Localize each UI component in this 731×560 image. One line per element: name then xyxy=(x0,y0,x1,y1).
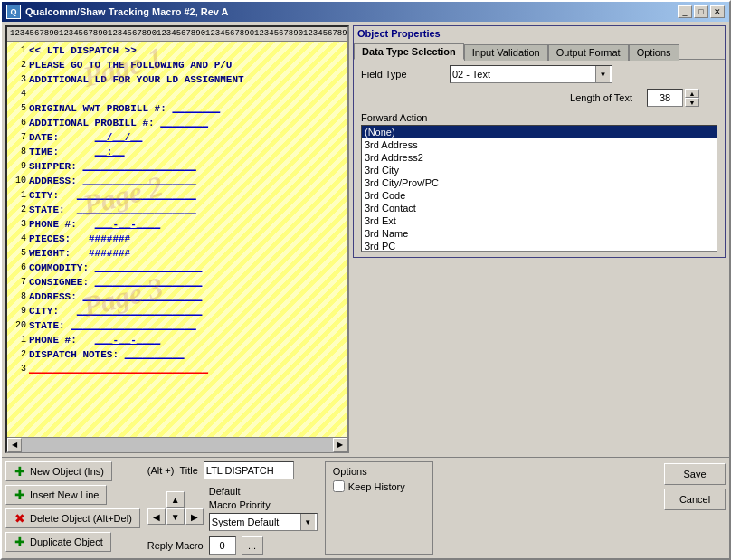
doc-line: 2DISPATCH NOTES: __________ xyxy=(10,347,345,362)
scroll-right-button[interactable]: ▶ xyxy=(333,438,347,452)
length-label: Length of Text xyxy=(570,92,632,103)
spinner-down[interactable]: ▼ xyxy=(685,98,699,107)
spinner-up[interactable]: ▲ xyxy=(685,89,699,98)
doc-line: 2 PLEASE GO TO THE FOLLOWING AND P/U xyxy=(10,58,345,72)
title-input[interactable]: LTL DISPATCH xyxy=(204,461,294,479)
duplicate-button[interactable]: ✚ Duplicate Object xyxy=(5,532,111,552)
options-title: Options xyxy=(333,466,425,477)
document-area[interactable]: Page 1 1 << LTL DISPATCH >> 2 PLEASE GO … xyxy=(7,42,347,437)
delete-object-button[interactable]: ✖ Delete Object (Alt+Del) xyxy=(5,508,140,528)
field-type-row: Field Type 02 - Text ▼ xyxy=(361,65,717,83)
tab-input-validation[interactable]: Input Validation xyxy=(464,44,548,61)
new-object-row: ✚ New Object (Ins) xyxy=(5,461,140,481)
duplicate-icon: ✚ xyxy=(14,536,26,548)
doc-line: 3______________________________ xyxy=(10,362,345,376)
nav-buttons: ▲ ◀ ▼ ▶ xyxy=(147,491,204,525)
ruler: 1234567890123456789012345678901234567890… xyxy=(7,27,347,42)
props-body: Field Type 02 - Text ▼ Length of Text 38… xyxy=(354,60,725,257)
listbox-item-3rd-city[interactable]: 3rd City xyxy=(362,164,717,176)
nav-right-button[interactable]: ▶ xyxy=(185,508,204,525)
priority-dropdown-arrow[interactable]: ▼ xyxy=(300,514,315,530)
ruler-text: 1234567890123456789012345678901234567890… xyxy=(10,29,347,38)
properties-panel: Object Properties Data Type Selection In… xyxy=(353,25,726,258)
listbox-item-3rd-name[interactable]: 3rd Name xyxy=(362,227,717,240)
doc-line: 1PHONE #: ___-__-____ xyxy=(10,333,345,347)
keep-history-label: Keep History xyxy=(348,481,405,492)
left-panel: 1234567890123456789012345678901234567890… xyxy=(5,25,349,453)
delete-object-row: ✖ Delete Object (Alt+Del) xyxy=(5,508,140,528)
listbox-item-3rd-city-prov[interactable]: 3rd City/Prov/PC xyxy=(362,176,717,189)
close-button[interactable]: ✕ xyxy=(710,5,725,18)
title-label: Title xyxy=(179,465,197,476)
forward-action-container: (None) 3rd Address 3rd Address2 3rd City… xyxy=(361,125,717,252)
default-priority-area: DefaultMacro Priority System Default ▼ xyxy=(209,485,318,531)
priority-select[interactable]: System Default ▼ xyxy=(209,513,318,531)
field-type-select[interactable]: 02 - Text ▼ xyxy=(450,65,612,83)
tabs-row: Data Type Selection Input Validation Out… xyxy=(354,41,725,60)
save-button[interactable]: Save xyxy=(664,463,726,485)
nav-left-button[interactable]: ◀ xyxy=(147,508,166,525)
doc-line: 6ADDITIONAL PROBILL #: ________ xyxy=(10,116,345,130)
middle-controls: (Alt +) Title LTL DISPATCH ▲ ◀ ▼ ▶ Defau… xyxy=(147,461,318,555)
tab-data-type[interactable]: Data Type Selection xyxy=(354,43,464,60)
new-object-icon: ✚ xyxy=(14,465,26,478)
nav-up-button[interactable]: ▲ xyxy=(166,491,185,508)
doc-line: 5ORIGINAL WWT PROBILL #: ________ xyxy=(10,101,345,116)
cancel-button[interactable]: Cancel xyxy=(664,489,726,510)
priority-value: System Default xyxy=(212,517,280,527)
options-group: Options Keep History xyxy=(325,461,433,555)
side-actions: Save Cancel xyxy=(664,461,726,555)
listbox-item-3rd-contact[interactable]: 3rd Contact xyxy=(362,202,717,214)
doc-line: 2STATE: ____________________ xyxy=(10,203,345,217)
doc-line: 4PIECES: ####### xyxy=(10,232,345,246)
reply-macro-input[interactable]: 0 xyxy=(209,536,236,555)
listbox-item-3rd-code[interactable]: 3rd Code xyxy=(362,189,717,202)
listbox-item-3rd-address2[interactable]: 3rd Address2 xyxy=(362,151,717,164)
default-label: DefaultMacro Priority xyxy=(209,485,318,511)
listbox-item-none[interactable]: (None) xyxy=(362,126,717,138)
tab-output-format[interactable]: Output Format xyxy=(548,44,629,61)
scroll-left-button[interactable]: ◀ xyxy=(7,438,22,452)
new-object-button[interactable]: ✚ New Object (Ins) xyxy=(5,461,112,481)
doc-line: 3 ADDITIONAL LD FOR YOUR LD ASSIGNMENT xyxy=(10,72,345,87)
nav-lr-row: ◀ ▼ ▶ xyxy=(147,508,204,525)
listbox-item-3rd-address[interactable]: 3rd Address xyxy=(362,138,717,151)
field-type-dropdown-arrow[interactable]: ▼ xyxy=(595,66,610,82)
nav-down-button[interactable]: ▼ xyxy=(166,508,185,525)
listbox-item-3rd-ext[interactable]: 3rd Ext xyxy=(362,214,717,227)
maximize-button[interactable]: □ xyxy=(694,5,708,18)
keep-history-checkbox[interactable] xyxy=(333,480,345,492)
main-content: 1234567890123456789012345678901234567890… xyxy=(2,22,729,457)
bottom-left-buttons: ✚ New Object (Ins) ✚ Insert New Line ✖ D… xyxy=(5,461,140,555)
main-window: Q Qualcomm/Shaw Tracking Macro #2, Rev A… xyxy=(0,0,731,560)
delete-object-label: Delete Object (Alt+Del) xyxy=(30,513,132,524)
alt-plus-label: (Alt +) xyxy=(147,465,175,476)
minimize-button[interactable]: _ xyxy=(678,5,692,18)
reply-macro-row: Reply Macro 0 ... xyxy=(147,536,318,555)
alt-title-row: (Alt +) Title LTL DISPATCH xyxy=(147,461,318,479)
right-panel: Object Properties Data Type Selection In… xyxy=(353,25,726,453)
new-object-label: New Object (Ins) xyxy=(30,466,104,477)
title-bar: Q Qualcomm/Shaw Tracking Macro #2, Rev A… xyxy=(2,2,729,22)
reply-macro-browse-button[interactable]: ... xyxy=(242,536,263,555)
doc-line: 10ADDRESS: ___________________ xyxy=(10,174,345,188)
doc-line: 1CITY: ____________________ xyxy=(10,188,345,203)
horizontal-scrollbar[interactable]: ◀ ▶ xyxy=(7,437,347,451)
doc-scroll[interactable]: Page 1 1 << LTL DISPATCH >> 2 PLEASE GO … xyxy=(7,42,347,437)
field-type-value: 02 - Text xyxy=(452,69,490,80)
scroll-track[interactable] xyxy=(22,438,333,452)
listbox-item-3rd-pc[interactable]: 3rd PC xyxy=(362,240,717,252)
tab-options[interactable]: Options xyxy=(629,44,679,61)
length-spinner[interactable]: 38 ▲ ▼ xyxy=(647,89,699,107)
insert-line-icon: ✚ xyxy=(14,489,26,501)
reply-macro-label: Reply Macro xyxy=(147,540,204,551)
delete-object-icon: ✖ xyxy=(14,512,26,525)
app-icon: Q xyxy=(6,5,21,19)
length-input[interactable]: 38 xyxy=(647,89,683,107)
forward-action-listbox[interactable]: (None) 3rd Address 3rd Address2 3rd City… xyxy=(361,125,717,252)
bottom-panel: ✚ New Object (Ins) ✚ Insert New Line ✖ D… xyxy=(2,457,729,558)
insert-line-button[interactable]: ✚ Insert New Line xyxy=(5,485,107,505)
field-type-label: Field Type xyxy=(361,69,442,80)
spacer xyxy=(441,461,657,555)
doc-line: 9CITY: _____________________ xyxy=(10,304,345,318)
